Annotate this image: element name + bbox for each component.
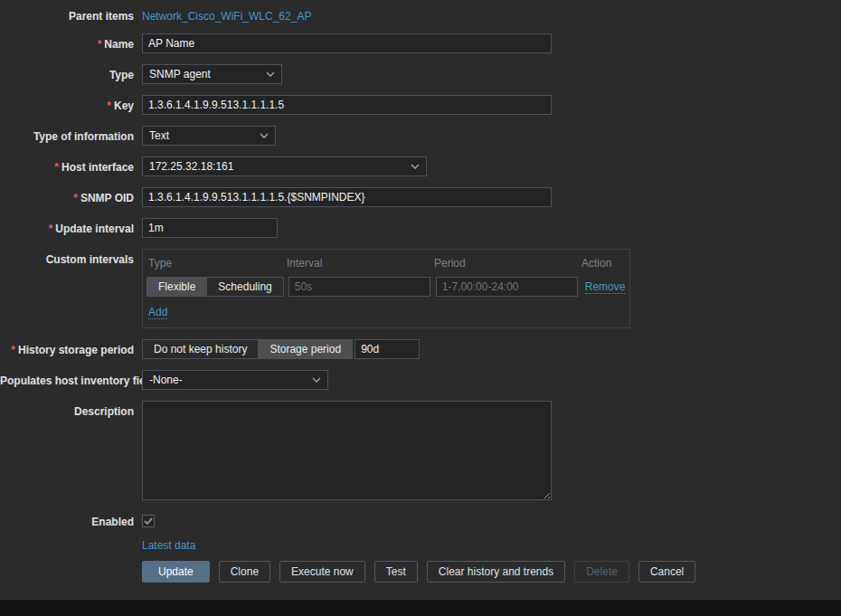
type-of-information-value: Text — [149, 129, 169, 142]
header-interval: Interval — [287, 257, 434, 270]
execute-now-button[interactable]: Execute now — [279, 561, 365, 583]
host-interface-label: *Host interface — [0, 156, 134, 174]
parent-items-label: Parent items — [0, 5, 134, 23]
interval-type-segmented-control: Flexible Scheduling — [146, 277, 284, 297]
item-edit-form: Parent items Network_Cisco_WiFi_WLC_62_A… — [0, 5, 704, 593]
description-label: Description — [0, 401, 134, 418]
host-interface-value: 172.25.32.18:161 — [149, 160, 233, 173]
host-inventory-field-select[interactable]: -None- — [142, 370, 328, 390]
required-asterisk: * — [54, 161, 59, 174]
clone-button[interactable]: Clone — [219, 561, 270, 583]
snmp-oid-input[interactable] — [142, 187, 552, 207]
custom-intervals-headers: Type Interval Period Action — [146, 257, 625, 270]
row-latest-data: Latest data — [0, 539, 704, 552]
populates-host-inventory-field-label: Populates host inventory field — [0, 370, 134, 387]
row-form-buttons: Update Clone Execute now Test Clear hist… — [0, 561, 704, 583]
key-input[interactable] — [142, 95, 552, 115]
snmp-oid-label: *SNMP OID — [0, 187, 134, 204]
chevron-down-icon — [266, 71, 275, 77]
row-update-interval: *Update interval — [0, 218, 704, 238]
row-description: Description — [0, 401, 704, 500]
cancel-button[interactable]: Cancel — [638, 561, 695, 583]
parent-item-link[interactable]: Network_Cisco_WiFi_WLC_62_AP — [142, 5, 311, 23]
row-host-interface: *Host interface 172.25.32.18:161 — [0, 156, 704, 176]
type-of-information-select[interactable]: Text — [142, 126, 276, 146]
chevron-down-icon — [260, 133, 269, 138]
chevron-down-icon — [312, 377, 321, 383]
type-select-value: SNMP agent — [149, 68, 211, 81]
required-asterisk: * — [98, 38, 102, 51]
row-parent-items: Parent items Network_Cisco_WiFi_WLC_62_A… — [0, 5, 704, 23]
row-type-of-information: Type of information Text — [0, 126, 704, 146]
add-interval-link[interactable]: Add — [148, 306, 167, 319]
description-textarea[interactable] — [142, 401, 552, 500]
row-key: *Key — [0, 95, 704, 115]
type-label: Type — [0, 64, 134, 81]
name-input[interactable] — [142, 33, 552, 53]
custom-period-input[interactable] — [436, 277, 578, 297]
required-asterisk: * — [11, 344, 15, 356]
enabled-label: Enabled — [0, 511, 134, 528]
header-action: Action — [581, 257, 611, 270]
row-name: *Name — [0, 33, 704, 53]
key-label: *Key — [0, 95, 134, 112]
custom-interval-row: Flexible Scheduling Remove — [146, 277, 625, 297]
clear-history-and-trends-button[interactable]: Clear history and trends — [427, 561, 565, 583]
update-button[interactable]: Update — [142, 561, 210, 583]
required-asterisk: * — [107, 100, 111, 112]
flexible-toggle-button[interactable]: Flexible — [147, 278, 206, 296]
row-history-storage-period: *History storage period Do not keep hist… — [0, 339, 704, 359]
header-type: Type — [146, 257, 287, 270]
host-interface-select[interactable]: 172.25.32.18:161 — [142, 156, 427, 176]
row-custom-intervals: Custom intervals Type Interval Period Ac… — [0, 249, 704, 328]
required-asterisk: * — [73, 192, 78, 204]
row-snmp-oid: *SNMP OID — [0, 187, 704, 207]
row-type: Type SNMP agent — [0, 64, 704, 84]
check-icon — [144, 517, 153, 525]
scheduling-toggle-button[interactable]: Scheduling — [206, 278, 282, 296]
update-interval-input[interactable] — [142, 218, 278, 238]
host-inventory-field-value: -None- — [149, 374, 183, 386]
storage-period-button[interactable]: Storage period — [258, 340, 352, 358]
name-label: *Name — [0, 33, 134, 51]
header-period: Period — [434, 257, 581, 270]
history-storage-segmented-control: Do not keep history Storage period — [142, 339, 353, 359]
page-footer-bar — [0, 600, 841, 616]
row-populates-host-inventory-field: Populates host inventory field -None- — [0, 370, 704, 390]
type-of-information-label: Type of information — [0, 126, 134, 143]
remove-interval-link[interactable]: Remove — [585, 280, 626, 294]
required-asterisk: * — [49, 223, 53, 235]
type-select[interactable]: SNMP agent — [142, 64, 282, 84]
history-storage-period-label: *History storage period — [0, 339, 134, 356]
row-enabled: Enabled — [0, 511, 704, 528]
do-not-keep-history-button[interactable]: Do not keep history — [143, 340, 258, 358]
update-interval-label: *Update interval — [0, 218, 134, 235]
chevron-down-icon — [411, 164, 420, 169]
enabled-checkbox[interactable] — [142, 515, 155, 527]
custom-intervals-label: Custom intervals — [0, 249, 134, 266]
custom-interval-input[interactable] — [288, 277, 430, 297]
latest-data-link[interactable]: Latest data — [142, 539, 195, 552]
history-storage-value-input[interactable] — [354, 339, 420, 359]
delete-button: Delete — [574, 561, 629, 583]
test-button[interactable]: Test — [374, 561, 418, 583]
custom-intervals-table: Type Interval Period Action Flexible Sch… — [142, 249, 630, 328]
